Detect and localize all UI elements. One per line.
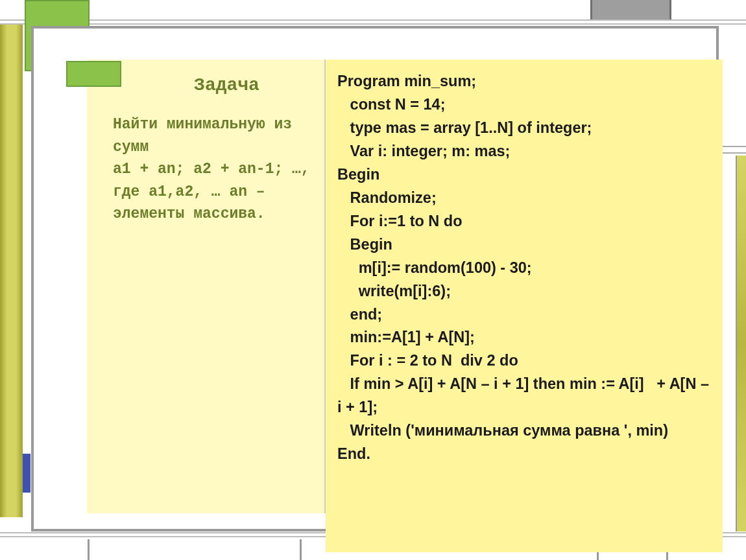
code-line: type mas = array [1..N] of integer;	[337, 117, 711, 140]
code-line: For i : = 2 to N div 2 do	[337, 349, 711, 373]
code-line: Writeln ('минимальная сумма равна ', min…	[337, 419, 711, 443]
decor-blue-accent	[23, 454, 30, 493]
code-line: For i:=1 to N do	[337, 210, 711, 233]
code-line: end;	[337, 303, 711, 327]
code-line: m[i]:= random(100) - 30;	[337, 257, 711, 280]
decor-green-tab	[66, 61, 121, 87]
decor-left-bar	[0, 25, 23, 517]
code-line: Begin	[337, 233, 711, 257]
decor-bottom-left	[88, 539, 302, 560]
code-line: min:=A[1] + A[N];	[337, 326, 711, 349]
code-panel: Program min_sum; const N = 14; type mas …	[326, 60, 723, 552]
task-title: Задача	[142, 75, 311, 95]
code-line: If min > A[i] + A[N – i + 1] then min :=…	[337, 373, 711, 419]
task-body: Найти минимальную из сумм a1 + an; a2 + …	[113, 113, 311, 226]
slide-frame: Задача Найти минимальную из сумм a1 + an…	[31, 26, 719, 531]
code-line: const N = 14;	[337, 93, 711, 117]
code-line: Randomize;	[337, 187, 711, 210]
code-line: End.	[337, 443, 711, 466]
top-divider	[0, 19, 746, 25]
decor-top-grey	[590, 0, 671, 19]
decor-right-edge	[736, 156, 746, 531]
task-panel: Задача Найти минимальную из сумм a1 + an…	[87, 60, 326, 513]
code-line: write(m[i]:6);	[337, 280, 711, 303]
code-line: Program min_sum;	[337, 70, 711, 93]
code-line: Var i: integer; m: mas;	[337, 140, 711, 163]
code-line: Begin	[337, 163, 711, 187]
task-line: a1 + an; a2 + an-1; …, где a1,a2, … an –…	[113, 158, 311, 226]
task-line: Найти минимальную из сумм	[113, 113, 311, 158]
